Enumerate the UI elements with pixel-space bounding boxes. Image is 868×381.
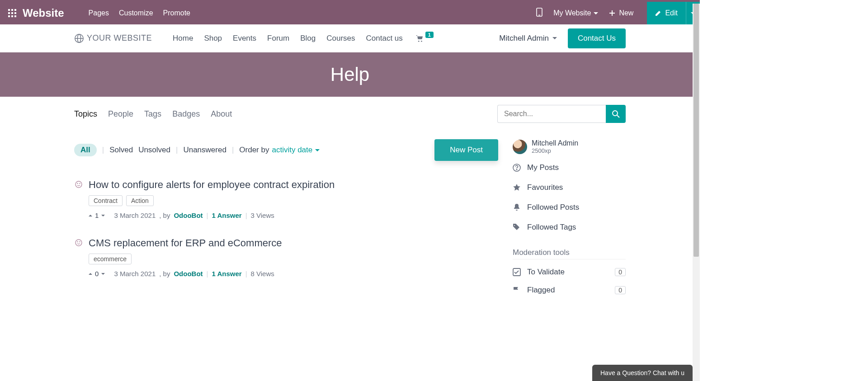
- brand-label[interactable]: Website: [21, 7, 71, 19]
- search-button[interactable]: [606, 105, 626, 123]
- orderby-dropdown[interactable]: activity date: [272, 146, 320, 155]
- nav-courses[interactable]: Courses: [326, 34, 355, 43]
- edit-button[interactable]: Edit: [647, 2, 686, 24]
- flag-icon: [513, 286, 521, 294]
- scrollbar[interactable]: [693, 4, 700, 381]
- svg-point-24: [77, 242, 78, 242]
- orderby-label: Order by: [239, 146, 269, 155]
- svg-rect-4: [11, 12, 13, 14]
- sidebar-xp: 2500xp: [532, 147, 578, 154]
- check-square-icon: [513, 268, 521, 276]
- upvote-icon[interactable]: [89, 273, 92, 275]
- topic-date: 3 March 2021: [114, 270, 156, 278]
- downvote-icon[interactable]: [101, 215, 105, 216]
- topic-answers[interactable]: 1 Answer: [212, 212, 242, 219]
- svg-point-17: [421, 40, 422, 42]
- filter-all[interactable]: All: [74, 144, 97, 156]
- svg-point-23: [75, 240, 82, 246]
- nav-events[interactable]: Events: [233, 34, 256, 43]
- globe-icon: [74, 33, 84, 43]
- topic-item: CMS replacement for ERP and eCommerce ec…: [74, 237, 498, 278]
- my-website-dropdown[interactable]: My Website: [553, 9, 598, 17]
- logo-text: YOUR WEBSITE: [87, 33, 152, 43]
- mod-flagged[interactable]: Flagged 0: [513, 286, 626, 295]
- upvote-icon[interactable]: [89, 215, 92, 216]
- topic-title[interactable]: CMS replacement for ERP and eCommerce: [89, 237, 498, 249]
- moderation-header: Moderation tools: [513, 248, 626, 259]
- search-icon: [612, 110, 620, 118]
- scrollbar-thumb[interactable]: [693, 4, 699, 257]
- svg-point-27: [516, 169, 517, 169]
- cart-count: 1: [425, 32, 434, 38]
- filter-unanswered[interactable]: Unanswered: [183, 146, 226, 155]
- tab-badges[interactable]: Badges: [172, 109, 200, 119]
- edit-label: Edit: [665, 9, 678, 17]
- site-logo[interactable]: YOUR WEBSITE: [74, 33, 152, 43]
- filter-unsolved[interactable]: Unsolved: [138, 146, 170, 155]
- topic-tag[interactable]: ecommerce: [89, 254, 132, 264]
- search-input[interactable]: [497, 105, 606, 123]
- cart-icon: [415, 35, 424, 42]
- svg-rect-7: [11, 15, 13, 17]
- svg-point-25: [80, 242, 80, 242]
- face-icon: [74, 237, 83, 248]
- nav-forum[interactable]: Forum: [267, 34, 289, 43]
- user-dropdown[interactable]: Mitchell Admin: [499, 34, 557, 43]
- apps-icon[interactable]: [4, 9, 21, 17]
- tab-about[interactable]: About: [211, 109, 232, 119]
- svg-rect-5: [14, 12, 16, 14]
- my-website-label: My Website: [553, 9, 591, 17]
- svg-rect-6: [8, 15, 10, 17]
- sidebar-my-posts[interactable]: My Posts: [513, 163, 626, 172]
- topmenu-pages[interactable]: Pages: [89, 9, 109, 17]
- svg-rect-8: [14, 15, 16, 17]
- svg-point-18: [613, 111, 618, 116]
- svg-line-19: [617, 115, 619, 118]
- topics-main: All | Solved Unsolved | Unanswered | Ord…: [74, 139, 498, 278]
- mobile-preview-icon[interactable]: [533, 8, 545, 19]
- topic-title[interactable]: How to configure alerts for employee con…: [89, 179, 498, 191]
- avatar: [513, 140, 527, 154]
- tab-tags[interactable]: Tags: [144, 109, 161, 119]
- svg-point-20: [75, 181, 82, 188]
- topic-tag[interactable]: Contract: [89, 195, 123, 206]
- topic-author[interactable]: OdooBot: [174, 212, 203, 219]
- sidebar-profile[interactable]: Mitchell Admin 2500xp: [513, 139, 626, 154]
- chat-widget[interactable]: Have a Question? Chat with u: [592, 365, 693, 381]
- bell-icon: [513, 203, 521, 212]
- downvote-icon[interactable]: [101, 273, 105, 275]
- mod-to-validate[interactable]: To Validate 0: [513, 268, 626, 277]
- svg-point-16: [418, 40, 420, 42]
- sidebar-user-name: Mitchell Admin: [532, 139, 578, 147]
- sidebar-followed-posts[interactable]: Followed Posts: [513, 203, 626, 212]
- nav-contact[interactable]: Contact us: [366, 34, 403, 43]
- sidebar-followed-tags[interactable]: Followed Tags: [513, 223, 626, 232]
- cart-button[interactable]: 1: [415, 35, 434, 42]
- nav-blog[interactable]: Blog: [300, 34, 316, 43]
- contact-us-button[interactable]: Contact Us: [568, 28, 626, 48]
- new-label: New: [619, 9, 633, 17]
- filter-solved[interactable]: Solved: [109, 146, 133, 155]
- topic-tag[interactable]: Action: [126, 195, 154, 206]
- vote-count: 1: [95, 212, 99, 219]
- tab-people[interactable]: People: [108, 109, 133, 119]
- topmenu-promote[interactable]: Promote: [163, 9, 190, 17]
- new-post-button[interactable]: New Post: [434, 139, 498, 161]
- svg-rect-3: [8, 12, 10, 14]
- nav-shop[interactable]: Shop: [204, 34, 222, 43]
- hero-banner: Help: [0, 52, 700, 97]
- svg-rect-1: [11, 9, 13, 11]
- admin-topbar: Website Pages Customize Promote My Websi…: [0, 2, 700, 24]
- mod-count: 0: [615, 268, 626, 276]
- topic-answers[interactable]: 1 Answer: [212, 270, 242, 278]
- new-button[interactable]: New: [606, 9, 636, 17]
- svg-rect-2: [14, 9, 16, 11]
- caret-down-icon: [552, 37, 557, 39]
- topmenu-customize[interactable]: Customize: [119, 9, 153, 17]
- tab-topics[interactable]: Topics: [74, 109, 97, 119]
- svg-point-22: [80, 183, 80, 184]
- sidebar-favourites[interactable]: Favourites: [513, 183, 626, 192]
- topic-author[interactable]: OdooBot: [174, 270, 203, 278]
- tags-icon: [513, 223, 521, 231]
- nav-home[interactable]: Home: [173, 34, 193, 43]
